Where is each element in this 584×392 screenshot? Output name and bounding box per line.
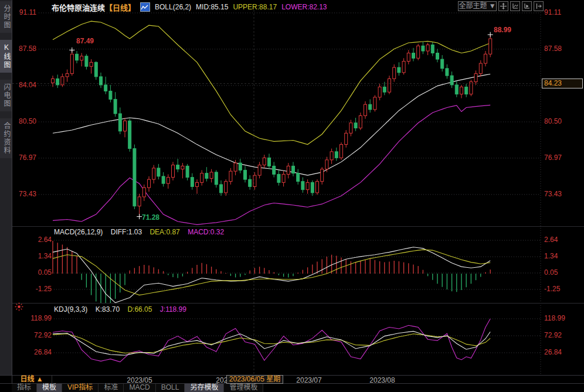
sidebar-item-timeline-chart[interactable]: 分时图 <box>0 1 12 33</box>
macd-macd-value: MACD:0.32 <box>188 228 224 236</box>
last-high-annotation: 88.99 <box>494 26 511 34</box>
macd-header: MACD(26,12,9) DIFF:1.03 DEA:0.87 MACD:0.… <box>54 228 230 236</box>
boll-mid-value: MID:85.15 <box>196 3 228 11</box>
crosshair-date-box: 2023/06/05 星期一 <box>226 375 283 384</box>
sidebar-item-contract-info[interactable]: 合约资料 <box>0 118 12 158</box>
fit-chart-button[interactable] <box>510 1 520 11</box>
kdj-axis-label: 26.84 <box>544 348 562 356</box>
app-root: 分时图 K线图 闪电图 合约资料 布伦特原油连续【日线】 BOLL(26,2) … <box>0 0 584 392</box>
sidebar: 分时图 K线图 闪电图 合约资料 <box>0 0 12 375</box>
tab-indicators[interactable]: 指标 <box>12 384 37 392</box>
theme-dropdown-button[interactable]: 全部主题 ▼ <box>458 1 497 11</box>
sidebar-item-lightning-chart[interactable]: 闪电图 <box>0 80 12 111</box>
period-tag: 【日线】 <box>105 4 135 12</box>
kdj-axis-label: 72.92 <box>544 331 562 339</box>
macd-axis-label: 1.34 <box>5 252 52 260</box>
bottom-toolbar: 指标 模板 VIP指标 标准 MACD BOLL 另存模板 管理模板 <box>12 384 263 392</box>
period-selector[interactable]: 日线 ▲ <box>12 376 52 383</box>
boll-params-label: BOLL(26,2) <box>155 3 191 11</box>
price-axis-label: 73.43 <box>544 190 562 198</box>
boll-upper-value: UPPER:88.17 <box>233 3 277 11</box>
sidebar-item-kline-chart[interactable]: K线图 <box>0 40 12 73</box>
kdj-k-value: K:83.70 <box>96 305 120 313</box>
macd-axis-label: -1.25 <box>544 285 560 293</box>
axes-chart-icon <box>512 3 518 9</box>
boll-indicator-icon <box>140 2 150 12</box>
crosshair-price-box: 84.23 <box>542 79 583 88</box>
kdj-params-label: KDJ(9,3,3) <box>54 305 87 313</box>
kdj-d-value: D:66.05 <box>127 305 152 313</box>
tab-macd[interactable]: MACD <box>124 384 155 392</box>
macd-diff-value: DIFF:1.03 <box>111 228 142 236</box>
price-axis-label: 80.50 <box>544 117 562 125</box>
tab-vip-indicators[interactable]: VIP指标 <box>62 384 99 392</box>
kdj-axis-label: 118.99 <box>544 314 565 322</box>
crosshair-move-icon <box>500 3 507 9</box>
macd-axis-label: 2.64 <box>5 236 52 244</box>
play-chart-button[interactable] <box>522 1 532 11</box>
boll-lower-value: LOWER:82.13 <box>281 3 327 11</box>
step-right-button[interactable] <box>534 1 544 11</box>
price-axis-label: 91.11 <box>544 8 561 16</box>
macd-axis-label: 0.05 <box>5 268 52 277</box>
kdj-axis-label: 72.92 <box>5 331 52 339</box>
low-annotation: 71.28 <box>142 213 159 221</box>
date-tick: 2023/08 <box>369 376 395 384</box>
play-chart-icon <box>524 3 530 9</box>
kdj-j-value: J:118.99 <box>160 305 186 313</box>
macd-axis-label: -1.25 <box>5 285 52 293</box>
macd-dea-value: DEA:0.87 <box>150 228 179 236</box>
tab-boll[interactable]: BOLL <box>156 384 185 392</box>
tab-save-template[interactable]: 另存模板 <box>185 384 224 392</box>
tab-manage-template[interactable]: 管理模板 <box>224 384 263 392</box>
macd-axis-label: 1.34 <box>544 252 558 260</box>
instrument-title: 布伦特原油连续 <box>52 4 105 12</box>
crosshair-tool-button[interactable] <box>498 1 508 11</box>
indicator-alert-icon[interactable] <box>15 302 23 311</box>
kdj-axis-label: 26.84 <box>5 348 52 356</box>
chart-canvas[interactable] <box>0 0 584 392</box>
high-annotation: 87.49 <box>76 37 94 45</box>
price-axis-label: 87.58 <box>544 45 562 53</box>
kdj-header: KDJ(9,3,3) K:83.70 D:66.05 J:118.99 <box>54 305 192 313</box>
macd-axis-label: 2.64 <box>544 236 558 244</box>
top-controls: 全部主题 ▼ <box>458 1 544 11</box>
price-axis-label: 76.97 <box>544 154 562 162</box>
tab-standard[interactable]: 标准 <box>99 384 124 392</box>
macd-params-label: MACD(26,12,9) <box>54 228 103 236</box>
step-right-icon <box>535 3 542 9</box>
macd-axis-label: 0.05 <box>544 268 558 277</box>
tab-templates[interactable]: 模板 <box>37 384 62 392</box>
date-tick: 2023/07 <box>296 376 321 384</box>
kdj-axis-label: 118.99 <box>5 314 52 322</box>
header: 布伦特原油连续【日线】 BOLL(26,2) MID:85.15 UPPER:8… <box>52 2 327 12</box>
